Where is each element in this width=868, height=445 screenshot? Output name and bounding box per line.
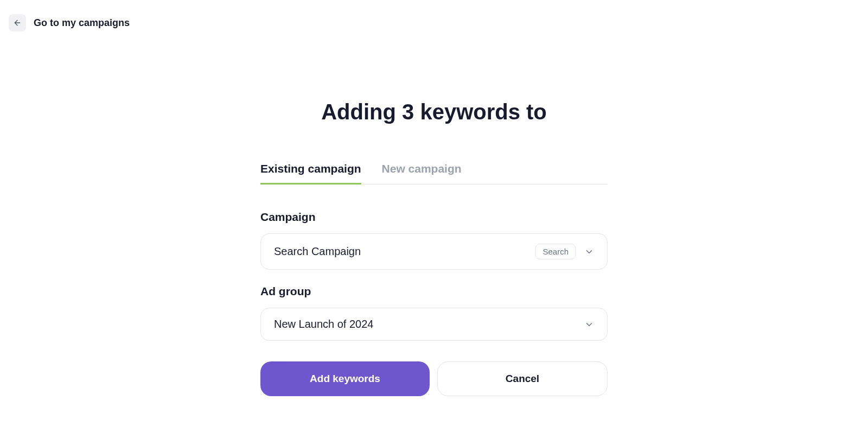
back-label: Go to my campaigns — [34, 17, 130, 29]
tab-existing-campaign[interactable]: Existing campaign — [260, 162, 361, 184]
campaign-label: Campaign — [260, 211, 608, 224]
back-button[interactable] — [9, 14, 26, 31]
adgroup-value: New Launch of 2024 — [274, 318, 373, 330]
chevron-down-icon — [584, 320, 594, 329]
adgroup-label: Ad group — [260, 285, 608, 298]
page-title: Adding 3 keywords to — [260, 100, 608, 124]
campaign-select[interactable]: Search Campaign Search — [260, 233, 608, 270]
arrow-left-icon — [13, 18, 22, 27]
chevron-down-icon — [584, 247, 594, 257]
campaign-type-badge: Search — [535, 244, 576, 259]
add-keywords-button[interactable]: Add keywords — [260, 361, 430, 396]
adgroup-select[interactable]: New Launch of 2024 — [260, 308, 608, 341]
cancel-button[interactable]: Cancel — [437, 361, 608, 396]
tabs-container: Existing campaign New campaign — [260, 162, 608, 185]
campaign-value: Search Campaign — [274, 245, 361, 258]
tab-new-campaign[interactable]: New campaign — [382, 162, 462, 184]
